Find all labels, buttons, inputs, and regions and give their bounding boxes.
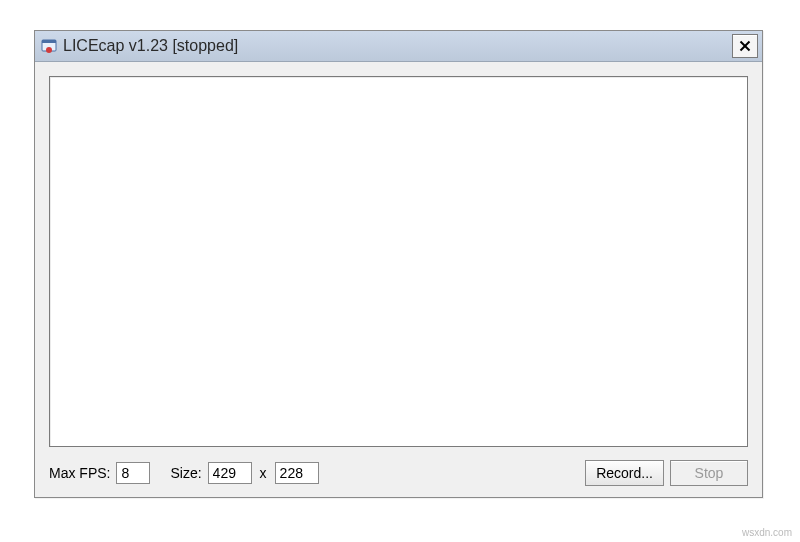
close-icon xyxy=(739,40,751,52)
size-label: Size: xyxy=(170,465,201,481)
bottom-toolbar: Max FPS: Size: x Record... Stop xyxy=(49,447,748,489)
max-fps-label: Max FPS: xyxy=(49,465,110,481)
max-fps-input[interactable] xyxy=(116,462,150,484)
stop-button[interactable]: Stop xyxy=(670,460,748,486)
capture-region xyxy=(49,76,748,447)
close-button[interactable] xyxy=(732,34,758,58)
svg-point-2 xyxy=(46,47,52,53)
app-icon xyxy=(41,38,57,54)
svg-rect-1 xyxy=(42,40,56,43)
title-bar[interactable]: LICEcap v1.23 [stopped] xyxy=(35,31,762,62)
window-title: LICEcap v1.23 [stopped] xyxy=(63,37,732,55)
client-area: Max FPS: Size: x Record... Stop xyxy=(35,62,762,497)
times-symbol: x xyxy=(258,465,269,481)
height-input[interactable] xyxy=(275,462,319,484)
watermark: wsxdn.com xyxy=(742,527,792,538)
record-button[interactable]: Record... xyxy=(585,460,664,486)
app-window: LICEcap v1.23 [stopped] Max FPS: Size: x… xyxy=(34,30,763,498)
width-input[interactable] xyxy=(208,462,252,484)
